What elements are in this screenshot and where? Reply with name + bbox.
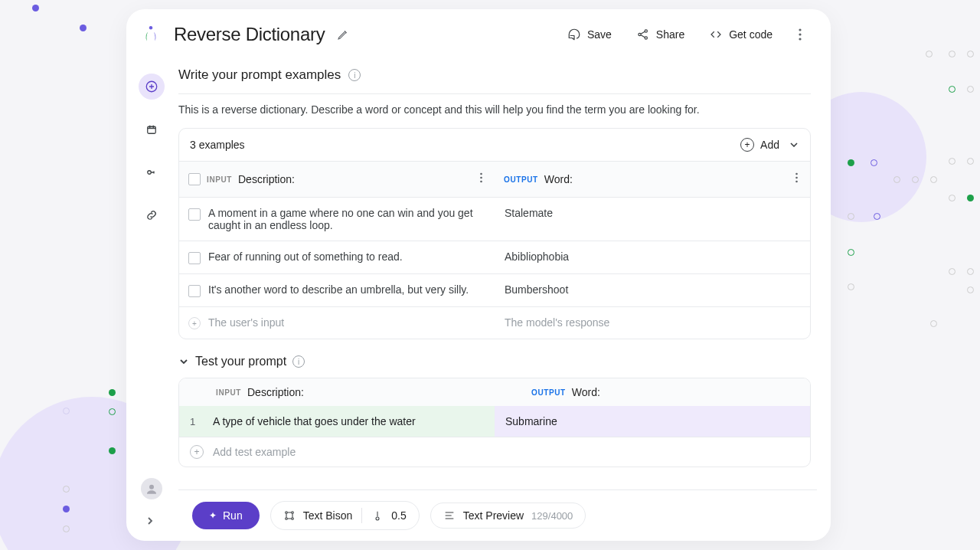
svg-point-7 bbox=[480, 173, 482, 175]
separator bbox=[361, 508, 362, 523]
user-avatar[interactable] bbox=[141, 478, 162, 499]
example-output-cell[interactable]: Abibliophobia bbox=[494, 241, 810, 273]
more-menu-button[interactable] bbox=[791, 24, 809, 45]
output-col-menu[interactable] bbox=[792, 169, 801, 189]
temperature-value: 0.5 bbox=[391, 509, 406, 522]
app-window: Reverse Dictionary Save Share Get code W… bbox=[126, 9, 831, 541]
run-button[interactable]: ✦ Run bbox=[192, 502, 260, 529]
svg-point-14 bbox=[291, 512, 293, 514]
example-input-text: Fear of running out of something to read… bbox=[208, 250, 403, 263]
svg-point-3 bbox=[645, 37, 647, 39]
example-input-text: A moment in a game where no one can win … bbox=[208, 207, 485, 231]
output-tag: OUTPUT bbox=[531, 388, 566, 397]
test-input-col-header: INPUT Description: bbox=[179, 378, 495, 406]
sparkle-icon: ✦ bbox=[209, 510, 217, 521]
test-output-cell[interactable]: Submarine bbox=[495, 406, 810, 437]
example-input-cell[interactable]: Fear of running out of something to read… bbox=[179, 241, 494, 273]
sidebar-new-button[interactable] bbox=[139, 74, 165, 100]
new-input-cell[interactable]: +The user's input bbox=[179, 307, 494, 339]
save-label: Save bbox=[587, 28, 612, 41]
svg-point-8 bbox=[480, 177, 482, 179]
info-icon[interactable]: i bbox=[348, 69, 361, 81]
test-heading-text: Test your prompt bbox=[195, 355, 286, 368]
example-input-cell[interactable]: It's another word to describe an umbrell… bbox=[179, 274, 494, 306]
test-output-text: Submarine bbox=[505, 415, 557, 427]
svg-point-13 bbox=[285, 512, 287, 514]
sidebar bbox=[138, 74, 165, 228]
row-checkbox[interactable] bbox=[188, 285, 201, 297]
thermometer-icon bbox=[371, 509, 384, 522]
example-row: Fear of running out of something to read… bbox=[179, 241, 810, 273]
plus-icon: + bbox=[188, 317, 201, 329]
svg-point-16 bbox=[291, 518, 293, 520]
sidebar-history-button[interactable] bbox=[139, 116, 165, 142]
new-example-row[interactable]: +The user's input The model's response bbox=[179, 306, 810, 339]
test-section-toggle[interactable]: Test your prompt i bbox=[178, 355, 811, 368]
example-output-text: Stalemate bbox=[505, 207, 553, 219]
placeholder-output: The model's response bbox=[505, 316, 609, 329]
svg-point-2 bbox=[645, 30, 647, 32]
placeholder-input: The user's input bbox=[208, 316, 284, 329]
test-input-col-label: Description: bbox=[247, 386, 304, 398]
add-example-button[interactable]: + Add bbox=[740, 138, 798, 152]
example-row: A moment in a game where no one can win … bbox=[179, 197, 810, 241]
sidebar-link-button[interactable] bbox=[139, 202, 165, 228]
svg-point-20 bbox=[148, 171, 152, 175]
svg-point-9 bbox=[480, 181, 482, 183]
plus-icon: + bbox=[740, 138, 754, 152]
select-all-checkbox[interactable] bbox=[188, 173, 201, 185]
info-icon[interactable]: i bbox=[292, 355, 305, 368]
app-logo bbox=[140, 24, 162, 45]
caret-down-icon bbox=[790, 142, 798, 147]
main-content: Write your prompt examples i This is a r… bbox=[178, 57, 831, 489]
prompt-examples-heading: Write your prompt examples i bbox=[178, 57, 811, 90]
sidebar-api-button[interactable] bbox=[139, 159, 165, 185]
model-selector[interactable]: Text Bison 0.5 bbox=[270, 501, 420, 530]
row-checkbox[interactable] bbox=[188, 252, 201, 264]
examples-count: 3 examples bbox=[190, 139, 245, 151]
examples-card-header: 3 examples + Add bbox=[179, 129, 810, 161]
sidebar-expand-button[interactable] bbox=[145, 515, 155, 529]
example-output-cell[interactable]: Bumbershoot bbox=[494, 274, 810, 306]
example-output-text: Bumbershoot bbox=[505, 283, 568, 296]
test-input-cell[interactable]: 1 A type of vehicle that goes under the … bbox=[179, 406, 495, 437]
test-row: 1 A type of vehicle that goes under the … bbox=[179, 406, 810, 437]
svg-point-0 bbox=[149, 26, 152, 29]
test-columns: INPUT Description: OUTPUT Word: bbox=[179, 378, 810, 406]
prompt-description[interactable]: This is a reverse dictionary. Describe a… bbox=[178, 103, 811, 116]
examples-columns: INPUT Description: OUTPUT Word: bbox=[179, 161, 810, 197]
test-input-text: A type of vehicle that goes under the wa… bbox=[213, 415, 416, 427]
add-test-example-button[interactable]: + Add test example bbox=[179, 437, 810, 467]
svg-point-21 bbox=[149, 485, 154, 489]
edit-title-button[interactable] bbox=[337, 28, 349, 41]
model-name: Text Bison bbox=[303, 509, 353, 522]
prompt-heading-text: Write your prompt examples bbox=[178, 67, 341, 83]
test-output-col-label: Word: bbox=[572, 386, 600, 398]
test-output-col-header: OUTPUT Word: bbox=[495, 378, 810, 406]
get-code-button[interactable]: Get code bbox=[703, 23, 779, 46]
input-col-menu[interactable] bbox=[477, 169, 485, 189]
chevron-down-icon bbox=[178, 356, 189, 367]
output-column-header: OUTPUT Word: bbox=[495, 162, 810, 197]
svg-point-17 bbox=[376, 517, 379, 520]
add-test-label: Add test example bbox=[213, 446, 296, 458]
plus-icon: + bbox=[190, 445, 204, 459]
share-button[interactable]: Share bbox=[630, 23, 691, 46]
share-label: Share bbox=[656, 28, 684, 41]
test-card: INPUT Description: OUTPUT Word: 1 A type… bbox=[178, 378, 811, 467]
footer-toolbar: ✦ Run Text Bison 0.5 Text Preview 129/40… bbox=[178, 489, 817, 541]
example-output-text: Abibliophobia bbox=[505, 250, 569, 263]
output-col-label: Word: bbox=[544, 173, 573, 185]
svg-point-15 bbox=[285, 518, 287, 520]
example-output-cell[interactable]: Stalemate bbox=[494, 198, 810, 241]
row-checkbox[interactable] bbox=[188, 208, 201, 221]
text-preview-button[interactable]: Text Preview 129/4000 bbox=[430, 503, 586, 529]
output-tag: OUTPUT bbox=[504, 175, 538, 184]
divider bbox=[178, 93, 811, 94]
preview-label: Text Preview bbox=[463, 509, 524, 522]
example-input-cell[interactable]: A moment in a game where no one can win … bbox=[179, 198, 494, 241]
new-output-cell[interactable]: The model's response bbox=[494, 307, 810, 339]
example-row: It's another word to describe an umbrell… bbox=[179, 273, 810, 306]
header: Reverse Dictionary Save Share Get code bbox=[126, 9, 831, 57]
save-button[interactable]: Save bbox=[561, 23, 618, 46]
